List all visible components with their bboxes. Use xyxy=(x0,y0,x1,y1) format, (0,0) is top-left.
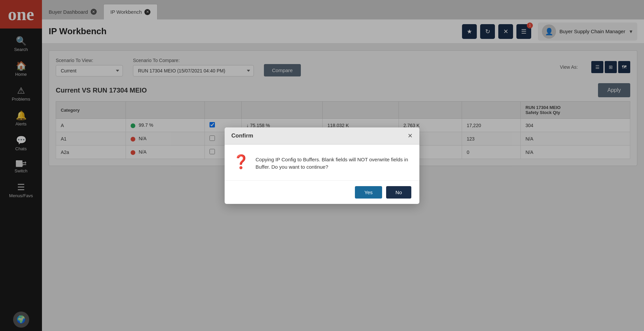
modal-footer: Yes No xyxy=(225,180,419,204)
confirm-icon: ❓ xyxy=(233,154,249,170)
modal-close-button[interactable]: ✕ xyxy=(408,132,413,140)
no-button[interactable]: No xyxy=(386,186,411,199)
modal-message: Copying IP Config to Buffers. Blank fiel… xyxy=(256,154,411,171)
modal-body: ❓ Copying IP Config to Buffers. Blank fi… xyxy=(225,145,419,180)
yes-button[interactable]: Yes xyxy=(355,186,382,199)
modal-title: Confirm xyxy=(231,132,253,139)
modal-header: Confirm ✕ xyxy=(225,127,419,145)
modal-overlay: Confirm ✕ ❓ Copying IP Config to Buffers… xyxy=(0,0,644,331)
confirm-dialog: Confirm ✕ ❓ Copying IP Config to Buffers… xyxy=(225,127,419,204)
